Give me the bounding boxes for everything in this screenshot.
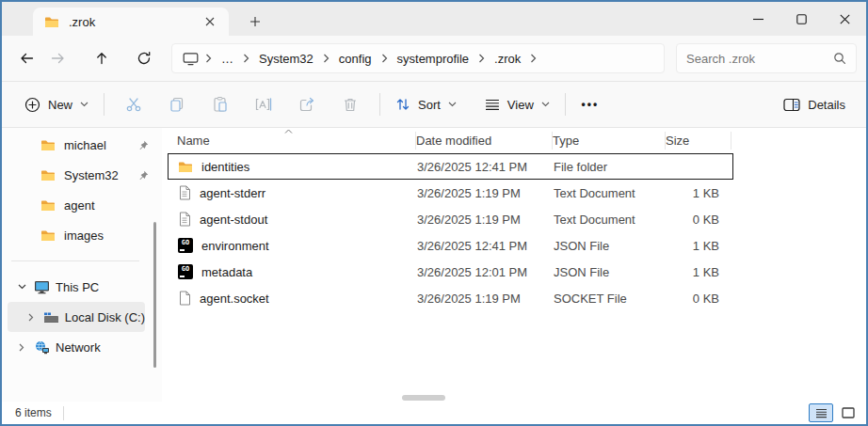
paste-icon[interactable] <box>199 87 242 121</box>
breadcrumb-system32[interactable]: System32 <box>251 52 321 66</box>
file-date: 3/26/2025 1:19 PM <box>417 292 554 306</box>
folder-icon <box>178 161 193 173</box>
horizontal-scrollbar[interactable] <box>402 395 445 401</box>
details-view-toggle[interactable] <box>809 403 833 422</box>
column-header-type[interactable]: Type <box>553 132 666 150</box>
navigation-pane: michael System32 agent images This PC Lo… <box>2 128 162 402</box>
text-file-icon <box>178 212 191 227</box>
share-icon[interactable] <box>285 87 329 121</box>
plus-circle-icon <box>24 97 40 113</box>
go-file-icon: GO <box>178 264 193 279</box>
more-options-button[interactable]: ••• <box>573 87 607 121</box>
details-pane-button[interactable]: Details <box>778 87 851 121</box>
sidebar-item-label: This PC <box>56 280 99 294</box>
maximize-button[interactable] <box>780 2 823 36</box>
sidebar-item-local-disk-c[interactable]: Local Disk (C:) <box>8 302 145 332</box>
toolbar-divider <box>379 93 380 116</box>
sidebar-item-michael[interactable]: michael <box>8 130 149 160</box>
file-name: agent.socket <box>200 292 269 306</box>
minimize-button[interactable] <box>736 2 780 36</box>
view-button[interactable]: View <box>477 87 557 121</box>
sidebar-item-this-pc[interactable]: This PC <box>8 272 145 302</box>
new-button-label: New <box>48 98 72 112</box>
tab-title: .zrok <box>69 15 199 29</box>
column-header-name[interactable]: Name <box>177 132 416 150</box>
this-pc-icon[interactable] <box>178 52 203 66</box>
column-header-size[interactable]: Size <box>666 132 731 150</box>
sidebar-item-network[interactable]: Network <box>8 332 145 362</box>
chevron-down-icon[interactable] <box>15 284 28 290</box>
column-header-date[interactable]: Date modified <box>416 132 553 150</box>
address-bar[interactable]: … System32 config systemprofile .zrok <box>171 43 665 73</box>
sort-arrows-icon <box>395 97 410 112</box>
close-button[interactable] <box>823 2 866 36</box>
toolbar-divider <box>565 93 566 116</box>
sidebar-item-label: images <box>64 229 104 243</box>
sidebar-item-label: Local Disk (C:) <box>65 310 145 324</box>
view-button-label: View <box>507 98 534 112</box>
sidebar-item-label: Network <box>56 340 101 355</box>
file-row-identities[interactable]: identities 3/26/2025 12:41 PM File folde… <box>168 153 733 180</box>
forward-icon[interactable] <box>42 42 75 74</box>
rename-icon[interactable] <box>242 87 285 121</box>
search-box[interactable] <box>676 43 857 73</box>
file-size: 0 KB <box>667 213 732 227</box>
file-size: 1 KB <box>667 265 732 279</box>
file-size: 1 KB <box>667 239 732 253</box>
title-bar: .zrok <box>2 2 866 36</box>
file-type: File folder <box>554 160 667 174</box>
navigation-bar: … System32 config systemprofile .zrok <box>2 36 866 81</box>
back-icon[interactable] <box>9 42 42 74</box>
status-bar: 6 items <box>2 402 866 424</box>
file-row-environment[interactable]: GO environment 3/26/2025 12:41 PM JSON F… <box>168 232 733 259</box>
breadcrumb-systemprofile[interactable]: systemprofile <box>390 52 477 66</box>
folder-icon <box>40 139 56 151</box>
file-row-agent-stderr[interactable]: agent-stderr 3/26/2025 1:19 PM Text Docu… <box>168 180 733 206</box>
chevron-right-icon[interactable] <box>24 313 38 322</box>
file-name: identities <box>201 160 249 174</box>
folder-icon <box>40 199 56 212</box>
explorer-tab[interactable]: .zrok <box>33 8 229 36</box>
sort-button[interactable]: Sort <box>388 87 464 121</box>
thumbnail-view-toggle[interactable] <box>836 403 860 422</box>
file-size: 0 KB <box>667 292 732 306</box>
file-row-agent-stdout[interactable]: agent-stdout 3/26/2025 1:19 PM Text Docu… <box>168 206 733 232</box>
breadcrumb-config[interactable]: config <box>331 52 379 66</box>
file-row-agent-socket[interactable]: agent.socket 3/26/2025 1:19 PM SOCKET Fi… <box>168 285 733 311</box>
breadcrumb-zrok[interactable]: .zrok <box>487 52 528 66</box>
file-name: metadata <box>201 265 252 279</box>
folder-icon <box>44 16 59 28</box>
search-input[interactable] <box>686 52 833 66</box>
file-date: 3/26/2025 12:41 PM <box>417 160 554 174</box>
file-type: Text Document <box>554 186 667 200</box>
copy-icon[interactable] <box>155 87 199 121</box>
window-controls <box>736 2 866 36</box>
new-tab-button[interactable] <box>244 10 266 33</box>
sidebar-scrollbar[interactable] <box>153 222 156 368</box>
chevron-right-icon[interactable] <box>15 343 28 352</box>
new-button[interactable]: New <box>17 87 96 121</box>
cut-icon[interactable] <box>112 87 155 121</box>
more-dots-icon: ••• <box>582 98 600 111</box>
text-file-icon <box>178 185 191 200</box>
file-row-metadata[interactable]: GO metadata 3/26/2025 12:01 PM JSON File… <box>168 259 733 285</box>
details-pane-icon <box>783 98 800 112</box>
refresh-icon[interactable] <box>127 42 160 74</box>
file-list: Name Date modified Type Size identities … <box>162 128 866 402</box>
up-icon[interactable] <box>85 42 118 74</box>
sidebar-item-system32[interactable]: System32 <box>8 160 149 190</box>
sidebar-divider <box>11 260 139 261</box>
file-date: 3/26/2025 1:19 PM <box>417 186 554 200</box>
breadcrumb-ellipsis[interactable]: … <box>214 52 241 66</box>
chevron-down-icon <box>448 102 457 107</box>
chevron-right-icon <box>203 54 214 63</box>
delete-icon[interactable] <box>329 87 372 121</box>
chevron-down-icon <box>80 102 88 107</box>
items-count: 6 items <box>15 406 52 419</box>
chevron-down-icon <box>541 102 550 107</box>
search-icon[interactable] <box>833 52 846 65</box>
tab-close-icon[interactable] <box>199 10 221 33</box>
folder-icon <box>40 169 56 181</box>
sidebar-item-agent[interactable]: agent <box>8 190 149 220</box>
sidebar-item-images[interactable]: images <box>8 220 149 250</box>
